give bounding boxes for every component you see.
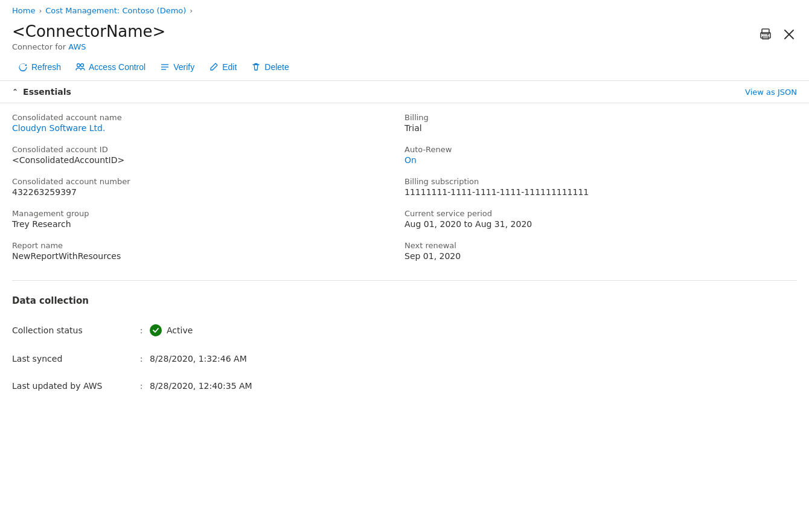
active-status-icon [150, 324, 162, 336]
access-control-icon [75, 62, 85, 72]
access-control-button[interactable]: Access Control [69, 59, 152, 75]
field-billing: Billing Trial [405, 113, 797, 133]
edit-button[interactable]: Edit [203, 59, 243, 75]
dc-label-collection-status: Collection status [12, 325, 133, 335]
dc-row-last-synced: Last synced : 8/28/2020, 1:32:46 AM [12, 345, 797, 373]
field-value-consolidated-account-number: 432263259397 [12, 187, 405, 197]
page-header: <ConnectorName> Connector for AWS [0, 18, 809, 54]
close-button[interactable] [781, 27, 797, 42]
page-title-block: <ConnectorName> Connector for AWS [12, 22, 165, 51]
field-label-consolidated-account-number: Consolidated account number [12, 177, 405, 186]
essentials-grid: Consolidated account name Cloudyn Softwa… [0, 103, 809, 271]
toolbar: Refresh Access Control Verify [0, 54, 809, 81]
breadcrumb-sep2: › [190, 7, 193, 15]
section-divider [12, 280, 797, 281]
essentials-right-col: Billing Trial Auto-Renew On Billing subs… [405, 113, 797, 261]
delete-icon [251, 62, 261, 72]
dc-sep-2: : [135, 381, 147, 391]
verify-label: Verify [173, 62, 194, 72]
field-label-billing-subscription: Billing subscription [405, 177, 797, 186]
field-management-group: Management group Trey Research [12, 209, 405, 229]
subtitle-prefix: Connector for [12, 42, 68, 51]
field-label-billing: Billing [405, 113, 797, 122]
field-value-consolidated-account-id: <ConsolidatedAccountID> [12, 155, 405, 165]
access-control-label: Access Control [89, 62, 145, 72]
dc-value-collection-status: Active [150, 324, 797, 336]
refresh-icon [18, 62, 28, 72]
breadcrumb-home[interactable]: Home [12, 6, 35, 15]
essentials-title: ⌃ Essentials [12, 87, 71, 97]
field-value-auto-renew[interactable]: On [405, 155, 797, 165]
field-label-next-renewal: Next renewal [405, 241, 797, 250]
svg-point-3 [767, 34, 769, 36]
essentials-title-text: Essentials [23, 87, 71, 97]
edit-icon [209, 62, 219, 72]
field-value-billing-subscription: 11111111-1111-1111-1111-111111111111 [405, 187, 797, 197]
dc-sep-0: : [135, 325, 147, 335]
field-auto-renew: Auto-Renew On [405, 145, 797, 165]
svg-point-6 [77, 64, 80, 67]
dc-value-last-updated: 8/28/2020, 12:40:35 AM [150, 381, 797, 391]
page-subtitle: Connector for AWS [12, 42, 165, 51]
field-label-management-group: Management group [12, 209, 405, 218]
view-json-link[interactable]: View as JSON [745, 88, 797, 97]
field-current-service-period: Current service period Aug 01, 2020 to A… [405, 209, 797, 229]
print-button[interactable] [757, 26, 774, 43]
breadcrumb-sep1: › [39, 7, 42, 15]
dc-label-last-synced: Last synced [12, 354, 133, 364]
page-title: <ConnectorName> [12, 22, 165, 41]
verify-button[interactable]: Verify [154, 59, 200, 75]
refresh-label: Refresh [31, 62, 61, 72]
field-next-renewal: Next renewal Sep 01, 2020 [405, 241, 797, 261]
field-billing-subscription: Billing subscription 11111111-1111-1111-… [405, 177, 797, 197]
field-consolidated-account-number: Consolidated account number 432263259397 [12, 177, 405, 197]
verify-icon [160, 62, 170, 72]
field-value-current-service-period: Aug 01, 2020 to Aug 31, 2020 [405, 219, 797, 229]
breadcrumb: Home › Cost Management: Contoso (Demo) › [0, 0, 809, 18]
essentials-header: ⌃ Essentials View as JSON [0, 81, 809, 103]
refresh-button[interactable]: Refresh [12, 59, 67, 75]
delete-button[interactable]: Delete [245, 59, 295, 75]
field-value-management-group: Trey Research [12, 219, 405, 229]
field-label-current-service-period: Current service period [405, 209, 797, 218]
field-consolidated-account-name: Consolidated account name Cloudyn Softwa… [12, 113, 405, 133]
dc-sep-1: : [135, 354, 147, 364]
field-consolidated-account-id: Consolidated account ID <ConsolidatedAcc… [12, 145, 405, 165]
subtitle-provider: AWS [68, 42, 86, 51]
data-collection-grid: Collection status : Active Last synced :… [0, 316, 809, 400]
dc-row-collection-status: Collection status : Active [12, 316, 797, 345]
essentials-left-col: Consolidated account name Cloudyn Softwa… [12, 113, 405, 261]
field-label-consolidated-account-name: Consolidated account name [12, 113, 405, 122]
header-actions [757, 22, 797, 43]
dc-value-last-synced: 8/28/2020, 1:32:46 AM [150, 354, 797, 364]
data-collection-section-title: Data collection [0, 290, 809, 316]
edit-label: Edit [222, 62, 237, 72]
field-label-report-name: Report name [12, 241, 405, 250]
collapse-icon[interactable]: ⌃ [12, 88, 18, 96]
dc-value-collection-status-text: Active [167, 325, 193, 335]
svg-point-7 [81, 64, 84, 67]
close-icon [784, 29, 795, 40]
field-report-name: Report name NewReportWithResources [12, 241, 405, 261]
field-value-report-name: NewReportWithResources [12, 251, 405, 261]
svg-rect-0 [762, 29, 769, 34]
breadcrumb-cost-management[interactable]: Cost Management: Contoso (Demo) [45, 6, 186, 15]
delete-label: Delete [264, 62, 289, 72]
field-value-next-renewal: Sep 01, 2020 [405, 251, 797, 261]
field-value-billing: Trial [405, 123, 797, 133]
dc-row-last-updated: Last updated by AWS : 8/28/2020, 12:40:3… [12, 373, 797, 400]
field-value-consolidated-account-name[interactable]: Cloudyn Software Ltd. [12, 123, 405, 133]
dc-label-last-updated: Last updated by AWS [12, 381, 133, 391]
field-label-consolidated-account-id: Consolidated account ID [12, 145, 405, 154]
field-label-auto-renew: Auto-Renew [405, 145, 797, 154]
print-icon [759, 28, 772, 40]
